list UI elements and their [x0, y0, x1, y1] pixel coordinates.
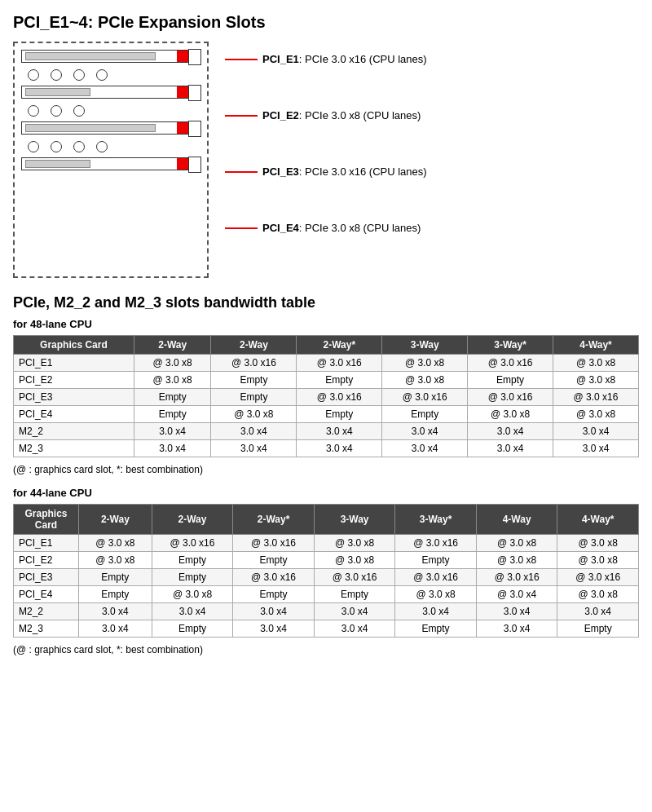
table44-header: Graphics Card2-Way2-Way2-Way*3-Way3-Way*…	[14, 505, 639, 535]
td-48-3-1: Empty	[134, 406, 211, 423]
td-44-1-6: @ 3.0 x8	[476, 552, 557, 569]
td-44-3-2: @ 3.0 x8	[152, 586, 233, 603]
td-44-5-3: 3.0 x4	[233, 620, 315, 638]
td-48-1-5: Empty	[468, 372, 553, 389]
table-row: M2_23.0 x43.0 x43.0 x43.0 x43.0 x43.0 x4	[14, 423, 639, 440]
table48-body: PCI_E1@ 3.0 x8@ 3.0 x16@ 3.0 x16@ 3.0 x8…	[14, 355, 639, 457]
table48-header: Graphics Card2-Way2-Way2-Way*3-Way3-Way*…	[14, 336, 639, 355]
diagram-box	[13, 42, 209, 278]
td-44-1-3: Empty	[233, 552, 315, 569]
arrow-4	[225, 227, 258, 229]
td-44-3-7: @ 3.0 x8	[557, 586, 639, 603]
table-row: M2_33.0 x4Empty3.0 x43.0 x4Empty3.0 x4Em…	[14, 620, 639, 638]
td-48-1-3: Empty	[297, 372, 382, 389]
td-44-3-3: Empty	[233, 586, 315, 603]
th-44-7: 4-Way*	[557, 505, 639, 535]
td-44-2-1: Empty	[79, 569, 152, 586]
td-48-1-6: @ 3.0 x8	[553, 372, 639, 389]
td-44-5-5: Empty	[395, 620, 477, 638]
td-48-0-6: @ 3.0 x8	[553, 355, 639, 372]
td-44-0-4: @ 3.0 x8	[314, 535, 395, 552]
td-48-0-2: @ 3.0 x16	[211, 355, 297, 372]
header-row-48: Graphics Card2-Way2-Way2-Way*3-Way3-Way*…	[14, 336, 639, 355]
table44-body: PCI_E1@ 3.0 x8@ 3.0 x16@ 3.0 x16@ 3.0 x8…	[14, 535, 639, 638]
th-44-1: 2-Way	[79, 505, 152, 535]
slot-row-1	[21, 50, 200, 63]
header-row-44: Graphics Card2-Way2-Way2-Way*3-Way3-Way*…	[14, 505, 639, 535]
td-48-0-1: @ 3.0 x8	[134, 355, 211, 372]
td-48-3-5: @ 3.0 x8	[468, 406, 553, 423]
table-row: PCI_E4Empty@ 3.0 x8EmptyEmpty@ 3.0 x8@ 3…	[14, 586, 639, 603]
td-44-2-4: @ 3.0 x16	[314, 569, 395, 586]
th-48-1: 2-Way	[134, 336, 211, 355]
td-44-3-5: @ 3.0 x8	[395, 586, 477, 603]
diagram-labels: PCI_E1: PCIe 3.0 x16 (CPU lanes) PCI_E2:…	[209, 42, 427, 234]
page-title: PCI_E1~4: PCIe Expansion Slots	[13, 13, 639, 32]
td-48-0-5: @ 3.0 x16	[468, 355, 553, 372]
td-44-4-0: M2_2	[14, 603, 79, 620]
arrow-1	[225, 59, 258, 60]
td-48-3-6: @ 3.0 x8	[553, 406, 639, 423]
table-row: M2_23.0 x43.0 x43.0 x43.0 x43.0 x43.0 x4…	[14, 603, 639, 620]
table-row: PCI_E3EmptyEmpty@ 3.0 x16@ 3.0 x16@ 3.0 …	[14, 389, 639, 406]
th-48-5: 3-Way*	[468, 336, 553, 355]
td-48-5-6: 3.0 x4	[553, 440, 639, 457]
td-48-2-3: @ 3.0 x16	[297, 389, 382, 406]
td-48-2-6: @ 3.0 x16	[553, 389, 639, 406]
td-48-0-0: PCI_E1	[14, 355, 134, 372]
td-48-4-6: 3.0 x4	[553, 423, 639, 440]
slot-label-1: PCI_E1: PCIe 3.0 x16 (CPU lanes)	[262, 53, 427, 65]
td-44-4-5: 3.0 x4	[395, 603, 477, 620]
td-44-2-0: PCI_E3	[14, 569, 79, 586]
th-44-2: 2-Way	[152, 505, 233, 535]
td-44-4-6: 3.0 x4	[476, 603, 557, 620]
th-48-0: Graphics Card	[14, 336, 134, 355]
td-44-2-6: @ 3.0 x16	[476, 569, 557, 586]
th-48-2: 2-Way	[211, 336, 297, 355]
th-44-6: 4-Way	[476, 505, 557, 535]
td-48-5-1: 3.0 x4	[134, 440, 211, 457]
slot-row-4	[21, 157, 200, 170]
table-row: PCI_E1@ 3.0 x8@ 3.0 x16@ 3.0 x16@ 3.0 x8…	[14, 535, 639, 552]
td-48-3-0: PCI_E4	[14, 406, 134, 423]
pcie-slot-1	[21, 50, 192, 63]
arrow-2	[225, 115, 258, 117]
td-44-1-4: @ 3.0 x8	[314, 552, 395, 569]
td-44-0-5: @ 3.0 x16	[395, 535, 477, 552]
td-44-5-2: Empty	[152, 620, 233, 638]
td-44-1-0: PCI_E2	[14, 552, 79, 569]
pcie-diagram-container: PCI_E1: PCIe 3.0 x16 (CPU lanes) PCI_E2:…	[13, 42, 639, 278]
bandwidth-title: PCIe, M2_2 and M2_3 slots bandwidth tabl…	[13, 294, 639, 311]
td-44-4-7: 3.0 x4	[557, 603, 639, 620]
td-48-5-0: M2_3	[14, 440, 134, 457]
arrow-3	[225, 171, 258, 173]
td-48-5-2: 3.0 x4	[211, 440, 297, 457]
slot-row-3	[21, 121, 200, 135]
td-48-1-4: @ 3.0 x8	[382, 372, 468, 389]
td-48-3-3: Empty	[297, 406, 382, 423]
label-row-4: PCI_E4: PCIe 3.0 x8 (CPU lanes)	[225, 222, 427, 234]
circles-row-2	[21, 102, 200, 121]
td-48-3-2: @ 3.0 x8	[211, 406, 297, 423]
td-44-0-2: @ 3.0 x16	[152, 535, 233, 552]
td-48-1-2: Empty	[211, 372, 297, 389]
pcie-slot-4	[21, 157, 192, 170]
td-48-2-0: PCI_E3	[14, 389, 134, 406]
th-44-5: 3-Way*	[395, 505, 477, 535]
td-48-4-5: 3.0 x4	[468, 423, 553, 440]
pcie-slot-2	[21, 86, 192, 99]
table48-footnote: (@ : graphics card slot, *: best combina…	[13, 464, 639, 475]
td-48-5-3: 3.0 x4	[297, 440, 382, 457]
td-44-1-7: @ 3.0 x8	[557, 552, 639, 569]
td-44-0-1: @ 3.0 x8	[79, 535, 152, 552]
td-44-4-4: 3.0 x4	[314, 603, 395, 620]
slot-label-4: PCI_E4: PCIe 3.0 x8 (CPU lanes)	[262, 222, 421, 234]
td-44-5-0: M2_3	[14, 620, 79, 638]
table-row: PCI_E2@ 3.0 x8EmptyEmpty@ 3.0 x8Empty@ 3…	[14, 552, 639, 569]
table-row: M2_33.0 x43.0 x43.0 x43.0 x43.0 x43.0 x4	[14, 440, 639, 457]
td-48-0-3: @ 3.0 x16	[297, 355, 382, 372]
label-row-1: PCI_E1: PCIe 3.0 x16 (CPU lanes)	[225, 53, 427, 65]
td-48-5-4: 3.0 x4	[382, 440, 468, 457]
td-44-1-2: Empty	[152, 552, 233, 569]
th-44-3: 2-Way*	[233, 505, 315, 535]
